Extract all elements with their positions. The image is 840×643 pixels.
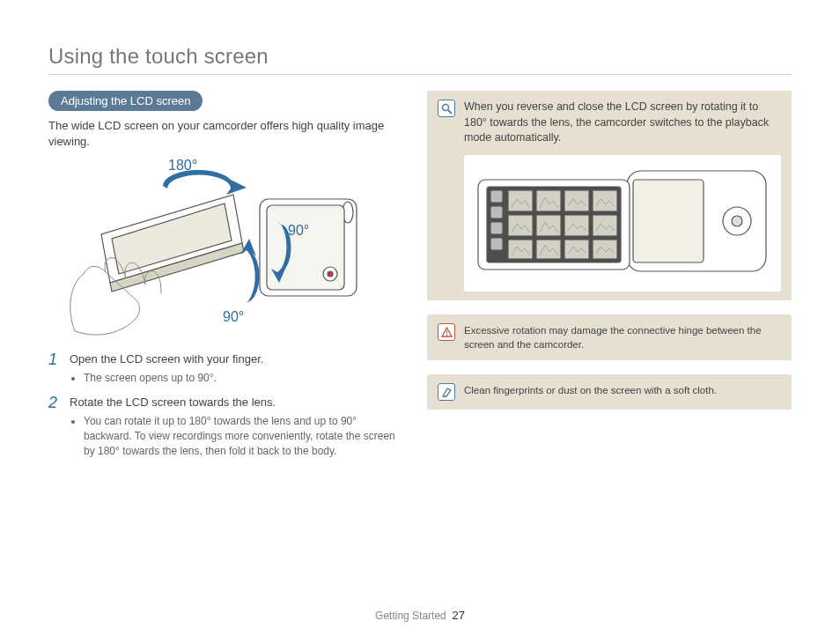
- magnifier-icon: [438, 100, 455, 117]
- svg-rect-22: [564, 190, 589, 211]
- warning-note-text: Excessive rotation may damage the connec…: [464, 323, 781, 351]
- svg-point-33: [446, 334, 447, 336]
- step-bullet: You can rotate it up to 180° towards the…: [84, 414, 401, 458]
- manual-page: Using the touch screen Adjusting the LCD…: [0, 0, 840, 643]
- step-number: 1: [48, 351, 61, 388]
- svg-rect-17: [490, 206, 503, 218]
- svg-rect-20: [508, 190, 533, 211]
- section-subheading: Adjusting the LCD screen: [48, 91, 203, 111]
- svg-rect-29: [536, 240, 561, 259]
- svg-point-4: [328, 271, 333, 277]
- svg-rect-26: [564, 215, 589, 236]
- cleaning-note-text: Clean fingerprints or dust on the screen…: [464, 383, 717, 401]
- svg-rect-24: [508, 215, 533, 236]
- step-number: 2: [48, 395, 61, 461]
- step-1: 1 Open the LCD screen with your finger. …: [48, 351, 401, 388]
- step-2: 2 Rotate the LCD screen towards the lens…: [48, 395, 401, 461]
- angle-label-90-right: 90°: [288, 223, 309, 239]
- svg-rect-13: [633, 180, 704, 262]
- svg-rect-30: [564, 240, 589, 259]
- step-bullet: The screen opens up to 90°.: [84, 371, 263, 386]
- two-column-layout: Adjusting the LCD screen The wide LCD sc…: [48, 91, 792, 468]
- svg-rect-25: [536, 215, 561, 236]
- svg-rect-18: [490, 222, 503, 234]
- info-note-playback: When you reverse and close the LCD scree…: [427, 91, 792, 300]
- svg-rect-21: [536, 190, 561, 211]
- note-icon: [438, 383, 455, 401]
- warning-icon: [438, 323, 455, 341]
- step-list: 1 Open the LCD screen with your finger. …: [48, 351, 401, 461]
- step-title: Open the LCD screen with your finger.: [70, 351, 263, 367]
- left-column: Adjusting the LCD screen The wide LCD sc…: [48, 91, 401, 468]
- svg-rect-28: [508, 240, 533, 259]
- right-column: When you reverse and close the LCD scree…: [427, 91, 792, 468]
- svg-rect-27: [593, 215, 617, 236]
- angle-label-180: 180°: [168, 158, 197, 174]
- playback-mode-illustration: [464, 155, 781, 292]
- intro-text: The wide LCD screen on your camcorder of…: [48, 118, 401, 149]
- svg-point-8: [442, 104, 448, 110]
- warning-note: Excessive rotation may damage the connec…: [427, 314, 792, 360]
- lcd-rotation-diagram: 180° 90° 90°: [57, 159, 392, 336]
- page-number: 27: [452, 609, 464, 622]
- svg-line-9: [448, 110, 452, 114]
- page-title: Using the touch screen: [48, 44, 792, 75]
- svg-rect-16: [490, 190, 503, 203]
- svg-rect-31: [593, 240, 617, 259]
- page-footer: Getting Started 27: [0, 609, 840, 622]
- footer-section-name: Getting Started: [375, 610, 446, 622]
- svg-point-12: [732, 216, 742, 226]
- cleaning-note: Clean fingerprints or dust on the screen…: [427, 374, 792, 410]
- step-title: Rotate the LCD screen towards the lens.: [70, 395, 401, 410]
- svg-rect-19: [490, 238, 503, 250]
- svg-rect-23: [593, 190, 617, 211]
- angle-label-90-bottom: 90°: [223, 309, 244, 325]
- info-note-text: When you reverse and close the LCD scree…: [464, 100, 781, 146]
